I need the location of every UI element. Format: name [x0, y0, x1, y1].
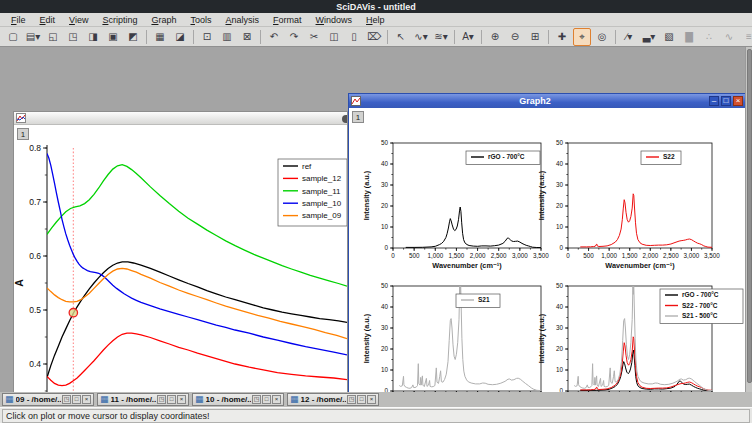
y-tick-label: 0.7	[29, 197, 41, 207]
draw-line-dropdown-icon[interactable]: ∕▾	[620, 28, 638, 46]
graph2-title: Graph2	[363, 96, 707, 106]
x-tick-label: 3,500	[533, 252, 549, 259]
x-tick-label: 2,000	[470, 252, 486, 259]
restore-button[interactable]: ◳	[252, 395, 261, 404]
menu-item-edit[interactable]: Edit	[33, 13, 63, 27]
raman-plots[interactable]: 0102030405005001,0001,5002,0002,5003,000…	[350, 108, 746, 423]
y-tick-label: 0.5	[29, 305, 41, 315]
workspace-scrollbar[interactable]	[745, 47, 752, 392]
restore-button[interactable]: ◳	[62, 395, 71, 404]
maximize-button[interactable]: □	[262, 395, 271, 404]
window-tab-label: 12 - /home/...	[301, 395, 346, 404]
minimize-button[interactable]: –	[709, 96, 719, 106]
uvvis-window-titlebar[interactable]	[14, 112, 347, 125]
window-tab[interactable]: ▦09 - /home/...◳□×	[2, 393, 94, 406]
move-data-points-icon[interactable]: ◎	[593, 28, 611, 46]
menu-item-scripting[interactable]: Scripting	[95, 13, 144, 27]
window-tab[interactable]: ▦10 - /home/...◳□×	[192, 393, 284, 406]
x-tick-label: 1,500	[449, 252, 465, 259]
close-button[interactable]: ×	[177, 395, 186, 404]
menu-item-format[interactable]: Format	[266, 13, 309, 27]
histogram-dropdown-icon[interactable]: ▃▾	[640, 28, 658, 46]
results-log-icon[interactable]: ▥	[218, 28, 236, 46]
y-tick-label: 50	[381, 282, 389, 289]
window-uvvis-plot[interactable]: 1 0.30.40.50.60.70.8200300400500Arefsamp…	[13, 111, 348, 423]
graph2-titlebar[interactable]: Graph2 – □ ×	[349, 94, 745, 108]
minimized-windows-bar: ▦09 - /home/...◳□×▦11 - /home/...◳□×▦10 …	[0, 392, 752, 407]
import-ascii-icon[interactable]: ◳	[64, 28, 82, 46]
x-tick-label: 0	[391, 252, 395, 259]
open-project-icon[interactable]: ◱	[44, 28, 62, 46]
maximize-button[interactable]: □	[72, 395, 81, 404]
menu-item-tools[interactable]: Tools	[183, 13, 218, 27]
legend[interactable]: refsample_12sample_11sample_10sample_09	[278, 159, 347, 226]
window-tab[interactable]: ▦12 - /home/...◳□×	[287, 393, 379, 406]
scrollbar-thumb[interactable]	[747, 49, 752, 383]
status-bar: Click on plot or move cursor to display …	[0, 407, 752, 423]
window-tab-label: 11 - /home/...	[111, 395, 156, 404]
zoom-in-icon[interactable]: ⊕	[486, 28, 504, 46]
menu-item-file[interactable]: File	[4, 13, 33, 27]
zoom-out-icon[interactable]: ⊖	[506, 28, 524, 46]
toolbar-separator	[548, 30, 549, 44]
legend[interactable]: S22	[641, 151, 681, 165]
rescale-to-show-all-icon[interactable]: ⊞	[526, 28, 544, 46]
legend[interactable]: rGO - 700°C	[466, 151, 540, 165]
paste-selection-icon[interactable]: ▯	[345, 28, 363, 46]
graph-window-icon	[351, 96, 361, 106]
delete-selection-icon[interactable]: ⌦	[365, 28, 383, 46]
print-icon[interactable]: ▦	[151, 28, 169, 46]
close-button[interactable]: ×	[82, 395, 91, 404]
add-text-dropdown-icon[interactable]: A▾	[459, 28, 477, 46]
menu-item-help[interactable]: Help	[359, 13, 392, 27]
y-tick-label: 0.8	[29, 143, 41, 153]
app-titlebar[interactable]: SciDAVis - untitled	[0, 0, 752, 13]
menu-item-analysis[interactable]: Analysis	[218, 13, 266, 27]
maximize-button[interactable]: □	[357, 395, 366, 404]
data-reader-icon[interactable]: ⌖	[573, 28, 591, 46]
window-tab[interactable]: ▦11 - /home/...◳□×	[97, 393, 189, 406]
toolbar: ▢▤▾◱◳◨▣◩▦◪⊡▥⊠↶↷✂◫▯⌦↖∿▾≋▾A▾⊕⊖⊞✚⌖◎∕▾▃▾▧▇∴∿…	[0, 27, 752, 47]
y-tick-label: 10	[381, 366, 389, 373]
window-graph2[interactable]: Graph2 – □ × 1 0102030405005001,0001,500…	[348, 93, 746, 423]
table-icon: ▦	[290, 395, 299, 404]
open-template-icon[interactable]: ◨	[84, 28, 102, 46]
add-image-icon[interactable]: ▧	[660, 28, 678, 46]
legend-label: sample_12	[302, 174, 342, 183]
new-project-icon[interactable]: ▢	[4, 28, 22, 46]
menu-item-windows[interactable]: Windows	[309, 13, 360, 27]
save-project-icon[interactable]: ▣	[104, 28, 122, 46]
hidden-window-button[interactable]	[342, 115, 347, 123]
x-tick-label: 2,000	[642, 252, 658, 259]
close-button[interactable]: ×	[272, 395, 281, 404]
screen-reader-icon[interactable]: ✚	[553, 28, 571, 46]
uvvis-plot[interactable]: 0.30.40.50.60.70.8200300400500Arefsample…	[14, 125, 347, 423]
redo-icon[interactable]: ↷	[285, 28, 303, 46]
restore-button[interactable]: ◳	[157, 395, 166, 404]
curve-style-dropdown-icon[interactable]: ∿▾	[412, 28, 430, 46]
menu-item-graph[interactable]: Graph	[144, 13, 183, 27]
new-aspect-dropdown-icon[interactable]: ▤▾	[24, 28, 42, 46]
project-explorer-icon[interactable]: ⊡	[198, 28, 216, 46]
lock-toolbars-icon[interactable]: ⊠	[238, 28, 256, 46]
toolbar-separator	[193, 30, 194, 44]
copy-selection-icon[interactable]: ◫	[325, 28, 343, 46]
export-pdf-icon[interactable]: ◪	[171, 28, 189, 46]
legend[interactable]: S21	[456, 294, 500, 308]
close-button[interactable]: ×	[367, 395, 376, 404]
close-button[interactable]: ×	[733, 96, 743, 106]
legend[interactable]: rGO - 700°CS22 - 700°CS21 - 500°C	[660, 289, 743, 324]
maximize-button[interactable]: □	[721, 96, 731, 106]
x-tick-label: 1,000	[601, 252, 617, 259]
symbol-style-dropdown-icon[interactable]: ≋▾	[432, 28, 450, 46]
cut-selection-icon[interactable]: ✂	[305, 28, 323, 46]
toolbar-separator	[146, 30, 147, 44]
maximize-button[interactable]: □	[167, 395, 176, 404]
save-as-template-icon[interactable]: ◩	[124, 28, 142, 46]
menu-item-view[interactable]: View	[62, 13, 95, 27]
undo-icon[interactable]: ↶	[265, 28, 283, 46]
restore-button[interactable]: ◳	[347, 395, 356, 404]
pointer-icon[interactable]: ↖	[392, 28, 410, 46]
table-icon: ▦	[5, 395, 14, 404]
app-title: SciDAVis - untitled	[336, 2, 416, 12]
